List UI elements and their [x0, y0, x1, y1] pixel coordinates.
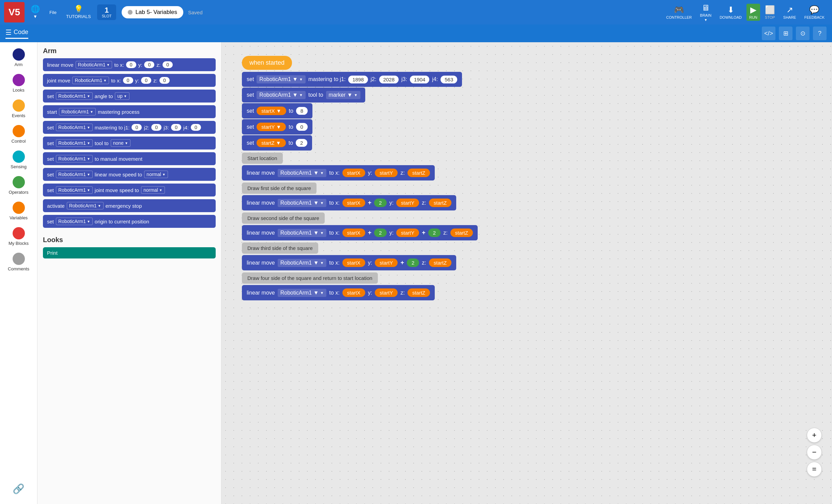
sidebar-item-events[interactable]: Events	[3, 97, 34, 121]
set-joint-speed-device-select[interactable]: RoboticArm1	[56, 186, 93, 194]
set-origin-block[interactable]: set RoboticArm1 origin to current positi…	[43, 215, 216, 228]
linear4-x[interactable]: startX	[342, 258, 365, 267]
linear5-y[interactable]: startY	[375, 288, 398, 297]
control-circle	[13, 125, 25, 137]
tutorials-label: TUTORIALS	[66, 14, 91, 19]
prog-set-startX-block[interactable]: set startX ▼ to 8	[242, 103, 312, 119]
linear3-y[interactable]: startY	[396, 229, 419, 237]
set-origin-device-select[interactable]: RoboticArm1	[56, 218, 93, 225]
startX-var[interactable]: startX ▼	[257, 107, 286, 115]
linear2-y[interactable]: startY	[396, 199, 419, 207]
help-button[interactable]: ?	[813, 27, 827, 40]
set-mastering-block[interactable]: set RoboticArm1 mastering to j1: 0 j2: 0…	[43, 121, 216, 134]
when-started-block[interactable]: when started	[242, 56, 292, 70]
linear5-x[interactable]: startX	[342, 288, 365, 297]
linear1-x[interactable]: startX	[342, 169, 365, 177]
set-angle-value-select[interactable]: up	[115, 92, 129, 100]
set-mastering-device-select[interactable]: RoboticArm1	[56, 124, 93, 131]
canvas-area[interactable]: when started set RoboticArm1 ▼ mastering…	[221, 42, 832, 504]
prog-linear5-block[interactable]: linear move RoboticArm1 ▼ to x: startX y…	[242, 285, 435, 300]
start-mastering-device-select[interactable]: RoboticArm1	[59, 108, 96, 115]
prog-set-startY-block[interactable]: set startY ▼ to 0	[242, 119, 312, 135]
prog-set-startZ-block[interactable]: set startZ ▼ to 2	[242, 135, 312, 151]
linear4-y[interactable]: startY	[375, 258, 398, 267]
brain-button[interactable]: 🖥 BRAIN ▼	[697, 2, 715, 23]
linear4-z[interactable]: startZ	[429, 258, 451, 267]
feedback-button[interactable]: 💬 FEEDBACK	[801, 4, 828, 21]
start-mastering-block[interactable]: start RoboticArm1 mastering process	[43, 105, 216, 118]
linear2-x[interactable]: startX	[342, 199, 365, 207]
download-button[interactable]: ⬇ DOWNLOAD	[716, 4, 745, 21]
code-tab[interactable]: ☰ Code	[5, 28, 28, 39]
prog-linear1-block[interactable]: linear move RoboticArm1 ▼ to x: startX y…	[242, 165, 435, 180]
set-manual-device-select[interactable]: RoboticArm1	[56, 155, 93, 162]
linear1-device[interactable]: RoboticArm1 ▼	[278, 169, 327, 177]
sidebar-item-operators[interactable]: Operators	[3, 173, 34, 198]
prog-set-mastering-block[interactable]: set RoboticArm1 ▼ mastering to j1: 1898 …	[242, 72, 462, 87]
brain-icon: 🖥	[702, 3, 710, 13]
set-linear-speed-block[interactable]: set RoboticArm1 linear move speed to nor…	[43, 168, 216, 181]
linear1-z[interactable]: startZ	[407, 169, 430, 177]
linear-move-device-select[interactable]: RoboticArm1	[76, 61, 112, 68]
set-tool-device-select[interactable]: RoboticArm1	[56, 139, 93, 147]
activate-estop-device-select[interactable]: RoboticArm1	[67, 202, 104, 209]
linear2-device[interactable]: RoboticArm1 ▼	[278, 199, 327, 207]
run-button[interactable]: ▶ RUN	[746, 4, 760, 21]
sidebar-item-extra[interactable]: 🔗	[3, 481, 34, 497]
set-joint-speed-value-select[interactable]: normal	[141, 186, 165, 194]
tutorials-button[interactable]: 💡 TUTORIALS	[63, 3, 94, 21]
linear5-z[interactable]: startZ	[407, 288, 430, 297]
grid-view-button[interactable]: ⊞	[779, 27, 792, 40]
set-tool-value-select[interactable]: none	[111, 139, 130, 147]
linear4-device[interactable]: RoboticArm1 ▼	[278, 259, 327, 267]
stop-button[interactable]: ⬜ STOP	[761, 4, 779, 21]
sidebar-item-arm[interactable]: Arm	[3, 46, 34, 70]
joint-move-block[interactable]: joint move RoboticArm1 to x: 0 y: 0 z: 0	[43, 74, 216, 87]
subbar: ☰ Code </> ⊞ ⊙ ?	[0, 25, 832, 42]
linear3-device[interactable]: RoboticArm1 ▼	[278, 229, 327, 237]
sidebar-item-looks[interactable]: Looks	[3, 71, 34, 95]
linear2-z[interactable]: startZ	[429, 199, 451, 207]
prog-linear4-block[interactable]: linear move RoboticArm1 ▼ to x: startX y…	[242, 255, 456, 270]
linear3-x[interactable]: startX	[342, 229, 365, 237]
set-angle-device-select[interactable]: RoboticArm1	[56, 92, 93, 100]
zoom-fit-button[interactable]: =	[807, 462, 822, 477]
set-linear-speed-device-select[interactable]: RoboticArm1	[56, 171, 93, 178]
linear5-device[interactable]: RoboticArm1 ▼	[278, 289, 327, 297]
startY-var[interactable]: startY ▼	[257, 123, 286, 131]
print-block[interactable]: Print	[43, 247, 216, 258]
set-angle-block[interactable]: set RoboticArm1 angle to up	[43, 90, 216, 103]
linear3-z[interactable]: startZ	[450, 229, 473, 237]
set-linear-speed-value-select[interactable]: normal	[144, 171, 168, 178]
prog-linear3-block[interactable]: linear move RoboticArm1 ▼ to x: startX +…	[242, 225, 478, 240]
prog-mastering-device[interactable]: RoboticArm1 ▼	[257, 75, 306, 83]
sidebar-item-myblocks[interactable]: My Blocks	[3, 224, 34, 249]
linear1-y[interactable]: startY	[375, 169, 398, 177]
dashboard-button[interactable]: ⊙	[796, 27, 810, 40]
comment1: Draw first side of the square	[242, 183, 317, 194]
file-button[interactable]: File	[46, 8, 60, 17]
sidebar-item-control[interactable]: Control	[3, 122, 34, 146]
zoom-in-button[interactable]: +	[807, 428, 822, 443]
joint-move-device-select[interactable]: RoboticArm1	[72, 77, 109, 84]
slot-button[interactable]: 1 SLOT	[97, 4, 117, 20]
prog-set-tool-block[interactable]: set RoboticArm1 ▼ tool to marker ▼	[242, 88, 365, 103]
prog-tool-value[interactable]: marker ▼	[326, 91, 360, 99]
project-name-display[interactable]: Lab 5- Variables	[122, 6, 183, 18]
controller-button[interactable]: 🎮 CONTROLLER	[663, 4, 695, 21]
sidebar-item-variables[interactable]: Variables	[3, 199, 34, 223]
zoom-out-button[interactable]: −	[807, 445, 822, 460]
activate-estop-block[interactable]: activate RoboticArm1 emergency stop	[43, 199, 216, 212]
share-button[interactable]: ↗ SHARE	[780, 4, 800, 21]
prog-linear2-block[interactable]: linear move RoboticArm1 ▼ to x: startX +…	[242, 195, 456, 210]
set-joint-speed-block[interactable]: set RoboticArm1 joint move speed to norm…	[43, 184, 216, 196]
sidebar-item-comments[interactable]: Comments	[3, 250, 34, 274]
set-manual-block[interactable]: set RoboticArm1 to manual movement	[43, 152, 216, 165]
set-tool-block[interactable]: set RoboticArm1 tool to none	[43, 137, 216, 149]
linear-move-block[interactable]: linear move RoboticArm1 to x: 0 y: 0 z: …	[43, 58, 216, 71]
code-view-button[interactable]: </>	[762, 27, 775, 40]
globe-button[interactable]: 🌐 ▼	[27, 3, 43, 21]
startZ-var[interactable]: startZ ▼	[257, 139, 286, 147]
sidebar-item-sensing[interactable]: Sensing	[3, 148, 34, 172]
prog-tool-device[interactable]: RoboticArm1 ▼	[257, 91, 306, 99]
